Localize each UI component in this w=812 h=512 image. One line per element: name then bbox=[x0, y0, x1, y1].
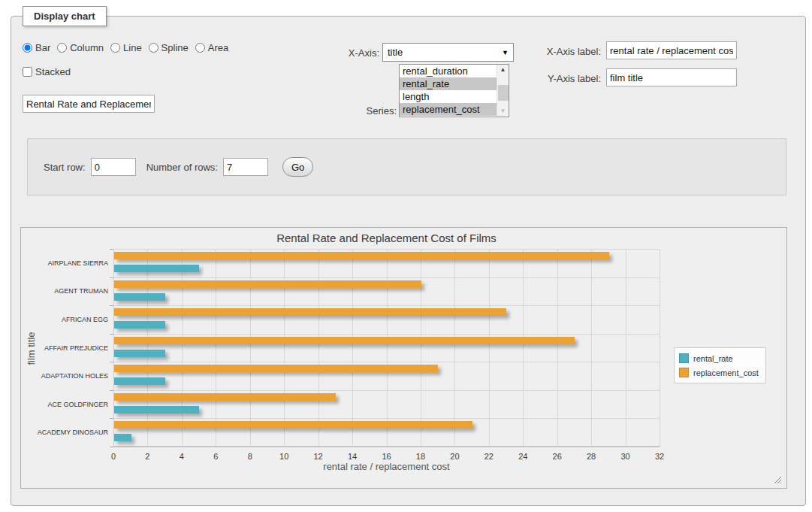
series-option-replacement_cost[interactable]: replacement_cost bbox=[400, 103, 497, 116]
y-axis-label-input[interactable] bbox=[606, 68, 737, 86]
series-listbox[interactable]: rental_durationrental_ratelengthreplacem… bbox=[399, 64, 509, 117]
x-tick-label: 20 bbox=[443, 452, 466, 461]
x-axis-label-input[interactable] bbox=[606, 41, 737, 59]
x-tick-label: 30 bbox=[614, 452, 637, 461]
gridline bbox=[250, 249, 251, 447]
gridline bbox=[523, 249, 524, 447]
chart-type-option-label: Area bbox=[208, 42, 228, 53]
gridline bbox=[318, 249, 319, 447]
chart-type-radio-line[interactable] bbox=[110, 43, 120, 53]
row-controls-panel: Start row: Number of rows: Go bbox=[27, 138, 786, 195]
y-tick-mark bbox=[110, 334, 113, 335]
gridline bbox=[113, 390, 660, 391]
series-option-rental_rate[interactable]: rental_rate bbox=[400, 77, 497, 90]
gridline bbox=[454, 249, 455, 447]
scrollbar-thumb[interactable] bbox=[498, 85, 509, 101]
gridline bbox=[352, 249, 353, 447]
chart-panel: Rental Rate and Replacement Cost of Film… bbox=[20, 227, 787, 489]
y-tick-mark bbox=[110, 447, 113, 447]
x-tick-label: 12 bbox=[307, 452, 330, 461]
category-label: AIRPLANE SIERRA bbox=[21, 259, 108, 268]
gridline bbox=[387, 249, 388, 447]
gridline bbox=[113, 277, 660, 278]
scroll-up-icon[interactable]: ▲ bbox=[497, 65, 509, 75]
chart-type-option-bar[interactable]: Bar bbox=[23, 42, 50, 53]
chart-type-radio-column[interactable] bbox=[57, 43, 67, 53]
x-axis-selected-value: title bbox=[388, 47, 403, 58]
bar-rental-rate-6 bbox=[114, 434, 131, 441]
resize-handle-icon[interactable] bbox=[773, 475, 781, 483]
chart-type-option-spline[interactable]: Spline bbox=[149, 42, 189, 53]
y-tick-mark bbox=[110, 418, 113, 419]
legend-swatch-icon bbox=[679, 353, 689, 363]
y-tick-mark bbox=[110, 362, 113, 362]
category-label: AGENT TRUMAN bbox=[21, 287, 108, 295]
x-tick-label: 4 bbox=[171, 452, 193, 461]
gridline bbox=[182, 249, 183, 447]
x-tick-label: 8 bbox=[239, 452, 261, 461]
bar-replacement-cost-6 bbox=[114, 421, 472, 429]
x-axis-label: X-Axis: bbox=[315, 47, 379, 59]
x-tick-label: 28 bbox=[580, 452, 602, 461]
chart-type-option-line[interactable]: Line bbox=[110, 42, 142, 53]
series-option-rental_duration[interactable]: rental_duration bbox=[400, 65, 497, 77]
chart-x-axis-title: rental rate / replacement cost bbox=[113, 461, 660, 472]
chevron-down-icon: ▼ bbox=[502, 49, 509, 56]
chart-type-radio-spline[interactable] bbox=[149, 43, 158, 53]
category-label: ACE GOLDFINGER bbox=[21, 401, 108, 409]
y-tick-mark bbox=[110, 390, 113, 391]
stacked-option[interactable]: Stacked bbox=[23, 66, 71, 77]
category-label: ADAPTATION HOLES bbox=[21, 372, 108, 380]
chart-type-option-label: Column bbox=[70, 42, 104, 53]
gridline bbox=[113, 362, 660, 362]
go-button[interactable]: Go bbox=[282, 157, 313, 177]
legend-label: rental_rate bbox=[693, 354, 733, 363]
chart-type-radios: BarColumnLineSplineArea bbox=[23, 42, 228, 53]
start-row-label: Start row: bbox=[44, 162, 86, 173]
legend-label: replacement_cost bbox=[693, 368, 759, 377]
bar-replacement-cost-2 bbox=[114, 308, 506, 316]
bar-replacement-cost-0 bbox=[114, 252, 609, 259]
stacked-checkbox[interactable] bbox=[23, 67, 32, 77]
bar-replacement-cost-5 bbox=[114, 393, 336, 401]
gridline bbox=[489, 249, 490, 447]
chart-type-option-area[interactable]: Area bbox=[195, 42, 228, 53]
bar-rental-rate-1 bbox=[114, 293, 165, 301]
x-axis-select[interactable]: title ▼ bbox=[382, 43, 514, 62]
series-label: Series: bbox=[331, 105, 397, 117]
series-option-length[interactable]: length bbox=[400, 90, 497, 103]
gridline bbox=[557, 249, 558, 447]
chart-type-option-label: Spline bbox=[161, 42, 189, 53]
x-axis-label-caption: X-Axis label: bbox=[526, 46, 601, 57]
listbox-scrollbar[interactable]: ▲ ▼ bbox=[497, 65, 509, 117]
gridline bbox=[147, 249, 148, 447]
x-axis-line bbox=[113, 446, 660, 447]
gridline bbox=[216, 249, 216, 447]
bar-replacement-cost-1 bbox=[114, 280, 421, 288]
y-tick-mark bbox=[110, 249, 113, 250]
category-label: ACADEMY DINOSAUR bbox=[21, 429, 108, 437]
chart-title-input[interactable] bbox=[23, 95, 155, 113]
gridline bbox=[113, 334, 660, 335]
x-tick-label: 32 bbox=[648, 452, 671, 461]
num-rows-input[interactable] bbox=[223, 158, 268, 176]
chart-type-radio-area[interactable] bbox=[195, 43, 205, 53]
chart-type-option-column[interactable]: Column bbox=[57, 42, 104, 53]
y-tick-mark bbox=[110, 305, 113, 306]
chart-legend: rental_ratereplacement_cost bbox=[674, 347, 766, 383]
start-row-input[interactable] bbox=[91, 158, 136, 176]
x-tick-label: 2 bbox=[136, 452, 158, 461]
scroll-down-icon[interactable]: ▼ bbox=[497, 106, 509, 117]
legend-swatch-icon bbox=[679, 368, 689, 377]
chart-type-radio-bar[interactable] bbox=[23, 43, 32, 53]
bar-rental-rate-5 bbox=[114, 406, 199, 414]
legend-item-replacement_cost: replacement_cost bbox=[679, 365, 759, 380]
stacked-label: Stacked bbox=[35, 66, 71, 77]
legend-item-rental_rate: rental_rate bbox=[679, 351, 759, 365]
x-tick-label: 14 bbox=[341, 452, 364, 461]
x-tick-label: 24 bbox=[512, 452, 534, 461]
x-tick-label: 0 bbox=[102, 452, 125, 461]
category-label: AFFAIR PREJUDICE bbox=[21, 344, 108, 353]
gridline bbox=[113, 418, 660, 419]
plot-area bbox=[113, 249, 660, 447]
